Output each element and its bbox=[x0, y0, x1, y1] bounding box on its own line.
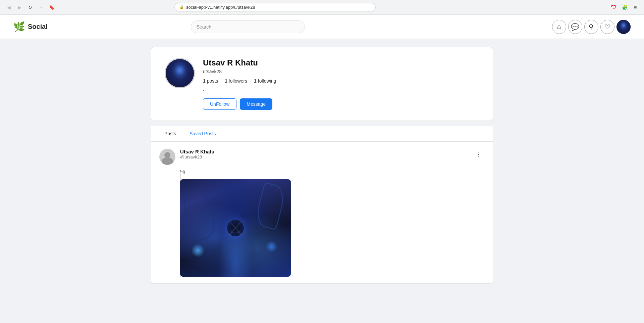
profile-avatar bbox=[165, 58, 195, 88]
lock-icon: 🔒 bbox=[179, 5, 184, 9]
logo-tree-icon: 🌿 bbox=[13, 21, 25, 32]
puzzle-icon: 🧩 bbox=[622, 5, 628, 10]
header-nav: ⌂ 💬 ⚲ ♡ bbox=[552, 20, 631, 34]
user-avatar bbox=[616, 20, 631, 34]
home-button[interactable]: ⌂ bbox=[36, 3, 46, 12]
following-stat: 1 following bbox=[254, 78, 276, 84]
profile-avatar-image bbox=[166, 59, 194, 87]
post-author-handle: @utsavk28 bbox=[180, 154, 473, 159]
browser-nav-buttons: ◀ ▶ ↻ ⌂ 🔖 bbox=[4, 3, 56, 12]
tab-posts[interactable]: Posts bbox=[158, 126, 183, 142]
profile-name: Utsav R Khatu bbox=[203, 58, 479, 67]
heart-icon: ♡ bbox=[604, 23, 610, 31]
art-swirl-right bbox=[253, 182, 287, 230]
profile-actions: UnFollow Message bbox=[203, 98, 479, 110]
followers-stat: 1 followers bbox=[225, 78, 247, 84]
user-avatar-button[interactable] bbox=[616, 20, 631, 34]
shield-button[interactable]: 🛡 bbox=[609, 3, 619, 12]
tab-saved-posts[interactable]: Saved Posts bbox=[183, 126, 223, 142]
profile-bio: . bbox=[203, 86, 479, 93]
post-menu-button[interactable]: ⋮ bbox=[473, 149, 485, 159]
message-icon: 💬 bbox=[571, 23, 579, 31]
app-header: 🌿 Social ⌂ 💬 ⚲ ♡ bbox=[0, 15, 644, 39]
search-input[interactable] bbox=[191, 20, 305, 33]
search-bar-container bbox=[191, 20, 305, 33]
art-character-figure bbox=[215, 210, 256, 277]
messages-nav-button[interactable]: 💬 bbox=[568, 20, 582, 34]
bookmark-button[interactable]: 🔖 bbox=[47, 3, 56, 12]
post-header: Utsav R Khatu @utsavk28 ⋮ bbox=[159, 149, 485, 165]
message-button[interactable]: Message bbox=[240, 98, 272, 110]
art-swirl-left bbox=[180, 186, 220, 242]
main-content: Utsav R Khatu utsavk28 1 posts 1 followe… bbox=[144, 39, 500, 292]
app-name: Social bbox=[28, 23, 48, 31]
profile-card: Utsav R Khatu utsavk28 1 posts 1 followe… bbox=[151, 47, 493, 121]
post-image-container bbox=[180, 179, 291, 277]
post-card: Utsav R Khatu @utsavk28 ⋮ Hi bbox=[151, 142, 493, 284]
reload-button[interactable]: ↻ bbox=[25, 3, 35, 12]
likes-nav-button[interactable]: ♡ bbox=[600, 20, 614, 34]
art-glow-orb-left bbox=[191, 244, 205, 257]
unfollow-button[interactable]: UnFollow bbox=[203, 98, 236, 110]
post-wrapper: Utsav R Khatu @utsavk28 ⋮ Hi bbox=[159, 149, 485, 277]
compass-icon: ⚲ bbox=[589, 23, 594, 31]
posts-stat: 1 posts bbox=[203, 78, 218, 84]
profile-stats: 1 posts 1 followers 1 following bbox=[203, 78, 479, 84]
url-text: social-app-v1.netlify.app/u/utsavk28 bbox=[186, 5, 255, 10]
browser-right-buttons: 🛡 🧩 ≡ bbox=[609, 3, 640, 12]
menu-button[interactable]: ≡ bbox=[631, 3, 640, 12]
art-glow-orb-right bbox=[266, 241, 277, 252]
extensions-button[interactable]: 🧩 bbox=[620, 3, 629, 12]
hamburger-icon: ≡ bbox=[634, 5, 637, 10]
explore-nav-button[interactable]: ⚲ bbox=[584, 20, 598, 34]
shield-icon: 🛡 bbox=[611, 4, 616, 10]
back-button[interactable]: ◀ bbox=[4, 3, 13, 12]
post-content-text: Hi bbox=[180, 169, 485, 175]
tabs-bar: Posts Saved Posts bbox=[151, 126, 493, 142]
post-author-name: Utsav R Khatu bbox=[180, 149, 473, 154]
address-bar: 🔒 social-app-v1.netlify.app/u/utsavk28 bbox=[174, 3, 376, 11]
home-icon: ⌂ bbox=[557, 23, 561, 31]
profile-header: Utsav R Khatu utsavk28 1 posts 1 followe… bbox=[165, 58, 479, 110]
home-nav-button[interactable]: ⌂ bbox=[552, 20, 566, 34]
post-image bbox=[180, 179, 291, 277]
forward-button[interactable]: ▶ bbox=[15, 3, 24, 12]
profile-info: Utsav R Khatu utsavk28 1 posts 1 followe… bbox=[203, 58, 479, 110]
app-logo[interactable]: 🌿 Social bbox=[13, 21, 67, 32]
profile-username: utsavk28 bbox=[203, 69, 479, 74]
post-author-avatar bbox=[159, 149, 175, 165]
post-meta: Utsav R Khatu @utsavk28 bbox=[180, 149, 473, 159]
browser-chrome: ◀ ▶ ↻ ⌂ 🔖 🔒 social-app-v1.netlify.app/u/… bbox=[0, 0, 644, 15]
